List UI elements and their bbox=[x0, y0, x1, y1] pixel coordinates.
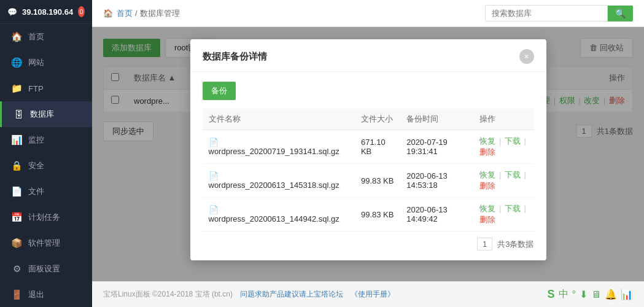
modal-title: 数据库备份详情 bbox=[203, 51, 267, 63]
footer-help-link[interactable]: 问题求助产品建议请上宝塔论坛 bbox=[240, 289, 343, 300]
sidebar-item-label: 网站 bbox=[28, 57, 44, 68]
sidebar: 💬 39.108.190.64 0 🏠 首页 🌐 网站 📁 FTP 🗄 数据库 … bbox=[0, 0, 92, 307]
files-icon: 📄 bbox=[11, 186, 22, 197]
file-size: 99.83 KB bbox=[355, 198, 400, 231]
monitor-icon: 📊 bbox=[11, 134, 22, 146]
backup-file-row: 📄wordpress_20200613_144942.sql.gz 99.83 … bbox=[203, 198, 534, 231]
website-icon: 🌐 bbox=[11, 57, 22, 68]
backup-file-row: 📄wordpress_20200613_145318.sql.gz 99.83 … bbox=[203, 164, 534, 198]
backup-modal: 数据库备份详情 × 备份 文件名称 文件大小 备份时间 操作 bbox=[190, 39, 546, 260]
sidebar-item-tasks[interactable]: 📅 计划任务 bbox=[0, 204, 92, 230]
dot1: ° bbox=[572, 289, 576, 300]
sidebar-item-label: 监控 bbox=[28, 134, 44, 146]
file-actions: 恢复 | 下载 | 删除 bbox=[473, 198, 533, 231]
logout-icon: 🚪 bbox=[11, 289, 22, 300]
download-link[interactable]: 下载 bbox=[505, 136, 521, 146]
backup-files-table: 文件名称 文件大小 备份时间 操作 📄wordpress_20200719_19… bbox=[203, 109, 534, 231]
monitor-icon: 💬 bbox=[7, 7, 17, 17]
ftp-icon: 📁 bbox=[11, 83, 22, 94]
panel-icon: ⚙ bbox=[11, 263, 22, 274]
notification-badge: 0 bbox=[78, 6, 85, 17]
sidebar-item-website[interactable]: 🌐 网站 bbox=[0, 50, 92, 76]
bell-icon: 🔔 bbox=[605, 289, 617, 300]
file-backup-time: 2020-06-13 14:49:42 bbox=[400, 198, 473, 231]
breadcrumb-home[interactable]: 首页 bbox=[117, 8, 133, 19]
delete-file-link[interactable]: 删除 bbox=[479, 147, 495, 157]
software-icon: 📦 bbox=[11, 238, 22, 249]
file-actions: 恢复 | 下载 | 删除 bbox=[473, 130, 533, 164]
sidebar-item-label: 安全 bbox=[28, 160, 44, 171]
sidebar-item-monitor[interactable]: 📊 监控 bbox=[0, 127, 92, 153]
sidebar-item-ftp[interactable]: 📁 FTP bbox=[0, 76, 92, 101]
restore-link[interactable]: 恢复 bbox=[479, 136, 495, 146]
sidebar-item-database[interactable]: 🗄 数据库 bbox=[0, 101, 92, 127]
delete-file-link[interactable]: 删除 bbox=[479, 215, 495, 224]
file-name: 📄wordpress_20200719_193141.sql.gz bbox=[203, 130, 355, 164]
search-button[interactable]: 🔍 bbox=[608, 6, 633, 21]
download-link[interactable]: 下载 bbox=[505, 204, 521, 213]
sidebar-item-software[interactable]: 📦 软件管理 bbox=[0, 230, 92, 256]
footer-copyright: 宝塔Linux面板 ©2014-2018 宝塔 (bt.cn) bbox=[103, 289, 233, 300]
sidebar-nav: 🏠 首页 🌐 网站 📁 FTP 🗄 数据库 📊 监控 🔒 安全 📄 文件 📅 bbox=[0, 24, 92, 307]
footer: 宝塔Linux面板 ©2014-2018 宝塔 (bt.cn) 问题求助产品建议… bbox=[92, 281, 644, 307]
search-input[interactable] bbox=[485, 5, 608, 21]
modal-close-button[interactable]: × bbox=[519, 49, 534, 64]
file-icon: 📄 bbox=[209, 205, 219, 214]
backup-button[interactable]: 备份 bbox=[203, 82, 236, 100]
breadcrumb: 首页 / 数据库管理 bbox=[117, 8, 180, 19]
modal-body: 备份 文件名称 文件大小 备份时间 操作 📄wor bbox=[190, 72, 546, 260]
breadcrumb-separator: / bbox=[135, 9, 138, 18]
sidebar-header: 💬 39.108.190.64 0 bbox=[0, 0, 92, 24]
file-size: 99.83 KB bbox=[355, 164, 400, 198]
download-link[interactable]: 下载 bbox=[505, 170, 521, 179]
delete-file-link[interactable]: 删除 bbox=[479, 181, 495, 190]
file-name: 📄wordpress_20200613_144942.sql.gz bbox=[203, 198, 355, 231]
main-content: 🏠 首页 / 数据库管理 🔍 添加数据库 root密码 phpMyAdmin 🗑… bbox=[92, 0, 644, 307]
breadcrumb-current: 数据库管理 bbox=[140, 8, 180, 19]
modal-backup-btn-wrapper: 备份 bbox=[203, 82, 534, 100]
col-file-actions: 操作 bbox=[473, 109, 533, 130]
sidebar-item-label: 退出 bbox=[28, 289, 44, 300]
footer-icons: S 中 ° ⬇ 🖥 🔔 📊 bbox=[548, 288, 633, 301]
modal-page-number: 1 bbox=[477, 238, 492, 251]
file-size: 671.10 KB bbox=[355, 130, 400, 164]
modal-pagination: 1 共3条数据 bbox=[203, 231, 534, 251]
col-backup-time: 备份时间 bbox=[400, 109, 473, 130]
sidebar-item-label: 首页 bbox=[28, 31, 44, 42]
col-file-name: 文件名称 bbox=[203, 109, 355, 130]
search-bar: 🔍 bbox=[485, 5, 633, 21]
restore-link[interactable]: 恢复 bbox=[479, 170, 495, 179]
sidebar-item-label: 计划任务 bbox=[28, 212, 60, 223]
file-icon: 📄 bbox=[209, 138, 219, 147]
baota-logo: S bbox=[548, 288, 555, 301]
file-icon: 📄 bbox=[209, 171, 219, 181]
file-name: 📄wordpress_20200613_145318.sql.gz bbox=[203, 164, 355, 198]
restore-link[interactable]: 恢复 bbox=[479, 204, 495, 213]
content-area: 添加数据库 root密码 phpMyAdmin 🗑 回收站 数据库名 ▲ 用户名… bbox=[92, 27, 644, 281]
home-icon: 🏠 bbox=[103, 9, 113, 18]
sidebar-item-label: FTP bbox=[28, 84, 44, 93]
sidebar-item-panel[interactable]: ⚙ 面板设置 bbox=[0, 256, 92, 282]
server-ip: 39.108.190.64 bbox=[22, 7, 73, 17]
file-actions: 恢复 | 下载 | 删除 bbox=[473, 164, 533, 198]
footer-manual-link[interactable]: 《使用手册》 bbox=[351, 289, 395, 300]
modal-page-total: 共3条数据 bbox=[497, 239, 533, 250]
modal-header: 数据库备份详情 × bbox=[190, 39, 546, 72]
sidebar-item-files[interactable]: 📄 文件 bbox=[0, 179, 92, 204]
sidebar-item-security[interactable]: 🔒 安全 bbox=[0, 153, 92, 179]
sidebar-item-label: 文件 bbox=[28, 186, 44, 197]
monitor2-icon: 📊 bbox=[621, 289, 633, 300]
file-backup-time: 2020-07-19 19:31:41 bbox=[400, 130, 473, 164]
backup-file-row: 📄wordpress_20200719_193141.sql.gz 671.10… bbox=[203, 130, 534, 164]
modal-overlay: 数据库备份详情 × 备份 文件名称 文件大小 备份时间 操作 bbox=[92, 27, 644, 281]
file-backup-time: 2020-06-13 14:53:18 bbox=[400, 164, 473, 198]
sidebar-item-logout[interactable]: 🚪 退出 bbox=[0, 282, 92, 307]
sidebar-item-label: 数据库 bbox=[30, 109, 54, 120]
download-icon: ⬇ bbox=[580, 289, 588, 300]
col-file-size: 文件大小 bbox=[355, 109, 400, 130]
lang-icon: 中 bbox=[559, 288, 568, 301]
screen-icon: 🖥 bbox=[591, 289, 601, 300]
security-icon: 🔒 bbox=[11, 160, 22, 171]
sidebar-item-home[interactable]: 🏠 首页 bbox=[0, 24, 92, 50]
tasks-icon: 📅 bbox=[11, 212, 22, 223]
